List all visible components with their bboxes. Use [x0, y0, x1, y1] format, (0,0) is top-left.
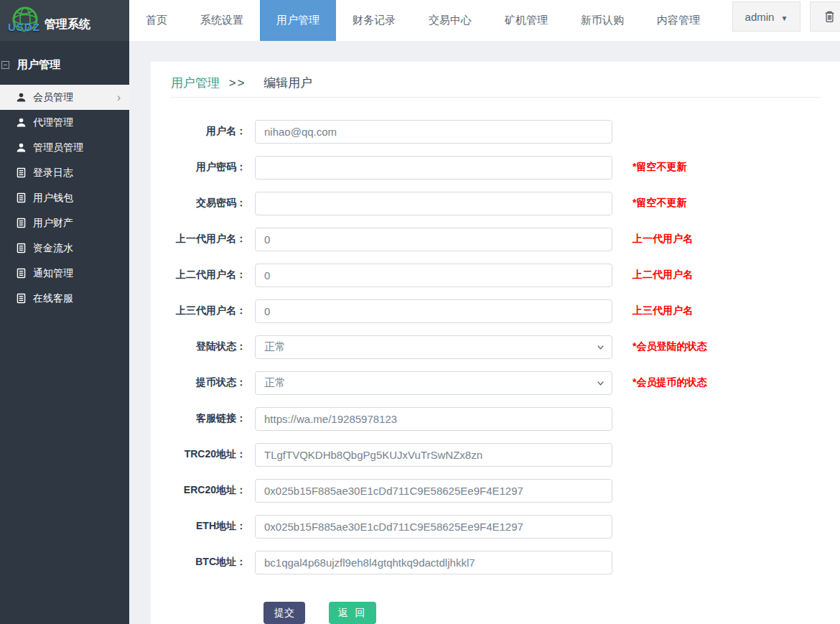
form-field-row: ERC20地址：: [151, 472, 840, 508]
nav-item[interactable]: 内容管理: [640, 0, 717, 41]
caret-down-icon: [780, 11, 788, 23]
field-input[interactable]: [255, 192, 612, 215]
content-area: 用户管理 >> 编辑用户 用户名： 用户密码： *留空不更新: [129, 41, 840, 624]
sidebar-item-label: 在线客服: [33, 292, 73, 305]
sidebar-item[interactable]: 在线客服: [0, 286, 129, 311]
sidebar-item-label: 用户财产: [33, 217, 73, 230]
field-label: 上三代用户名：: [151, 304, 255, 317]
user-icon: [16, 117, 27, 128]
field-hint: *会员登陆的状态: [633, 340, 706, 353]
field-input[interactable]: [255, 299, 612, 323]
field-select[interactable]: 正常: [255, 335, 612, 359]
collapse-icon: [1, 61, 9, 69]
submit-button[interactable]: 提交: [263, 602, 305, 624]
sidebar-section-header[interactable]: 用户管理: [0, 41, 129, 85]
chevron-right-icon: [117, 91, 121, 104]
field-label: TRC20地址：: [151, 448, 255, 461]
field-hint: 上三代用户名: [633, 304, 693, 317]
field-label: 用户名：: [151, 125, 255, 138]
sidebar-item-label: 管理员管理: [33, 141, 83, 154]
field-hint: *留空不更新: [633, 197, 686, 210]
field-label: 登陆状态：: [151, 340, 255, 353]
field-hint: 上二代用户名: [633, 269, 693, 281]
admin-dropdown[interactable]: admin: [732, 1, 801, 32]
form-field-row: 提币状态： 正常 *会员提币的状态: [151, 365, 840, 401]
app-title: 管理系统: [45, 17, 90, 32]
nav-item[interactable]: 财务记录: [336, 0, 412, 41]
field-label: 上一代用户名：: [151, 233, 255, 246]
form-field-row: 用户密码： *留空不更新: [151, 149, 840, 185]
nav-item[interactable]: 首页: [129, 0, 184, 41]
nav-item[interactable]: 用户管理: [260, 0, 336, 41]
doc-icon: [16, 218, 27, 228]
doc-icon: [16, 167, 27, 178]
doc-icon: [16, 293, 27, 304]
sidebar-item[interactable]: 登录日志: [0, 160, 129, 185]
field-input[interactable]: [255, 443, 612, 467]
sidebar: 用户管理 会员管理 代理管理 管理员管理: [0, 41, 129, 624]
user-icon: [16, 142, 27, 153]
sidebar-item-label: 用户钱包: [33, 192, 73, 205]
nav-item[interactable]: 新币认购: [564, 0, 640, 41]
field-select[interactable]: 正常: [255, 371, 612, 395]
form-field-row: 上一代用户名： 上一代用户名: [151, 221, 840, 257]
field-input[interactable]: [255, 228, 612, 251]
field-input[interactable]: [255, 120, 612, 144]
nav-item[interactable]: 矿机管理: [488, 0, 564, 41]
form-actions: 提交 返 回: [263, 602, 840, 624]
admin-label: admin: [745, 11, 775, 23]
topbar: USDZ 管理系统 首页 系统设置 用户管理 财务记录 交易中心: [0, 0, 840, 41]
user-icon: [16, 92, 27, 103]
form-field-row: TRC20地址：: [151, 437, 840, 472]
field-input[interactable]: [255, 407, 612, 431]
doc-icon: [16, 268, 27, 279]
field-input[interactable]: [255, 156, 612, 180]
field-label: 用户密码：: [151, 161, 255, 174]
breadcrumb-separator: >>: [229, 76, 246, 90]
doc-icon: [16, 243, 27, 253]
form-field-row: 上三代用户名： 上三代用户名: [151, 293, 840, 329]
field-input[interactable]: [255, 551, 612, 574]
field-input[interactable]: [255, 264, 612, 287]
form-field-row: 上二代用户名： 上二代用户名: [151, 257, 840, 293]
field-label: BTC地址：: [151, 556, 255, 569]
field-input[interactable]: [255, 515, 612, 539]
page-title: 编辑用户: [263, 76, 312, 90]
back-button[interactable]: 返 回: [329, 602, 376, 624]
sidebar-item[interactable]: 资金流水: [0, 236, 129, 261]
form-field-row: 用户名：: [151, 113, 840, 149]
sidebar-item-label: 登录日志: [33, 167, 73, 180]
trash-button[interactable]: [810, 1, 840, 32]
select-value: 正常: [264, 376, 286, 390]
main-nav: 首页 系统设置 用户管理 财务记录 交易中心 矿机管理 新币认购: [129, 0, 717, 41]
form-field-row: BTC地址：: [151, 544, 840, 580]
chevron-down-icon: [596, 378, 605, 388]
field-label: 提币状态：: [151, 376, 255, 389]
sidebar-item[interactable]: 用户财产: [0, 210, 129, 236]
breadcrumb-parent[interactable]: 用户管理: [171, 76, 220, 90]
field-label: 客服链接：: [151, 412, 255, 425]
field-label: ERC20地址：: [151, 484, 255, 497]
field-label: 交易密码：: [151, 197, 255, 210]
sidebar-item[interactable]: 会员管理: [0, 85, 129, 110]
nav-item[interactable]: 交易中心: [412, 0, 488, 41]
sidebar-item[interactable]: 用户钱包: [0, 185, 129, 210]
field-input[interactable]: [255, 479, 612, 503]
form-field-row: 交易密码： *留空不更新: [151, 185, 840, 221]
breadcrumb: 用户管理 >> 编辑用户: [171, 62, 820, 98]
sidebar-item[interactable]: 管理员管理: [0, 135, 129, 160]
form-field-row: 客服链接：: [151, 401, 840, 437]
form-field-row: 登陆状态： 正常 *会员登陆的状态: [151, 329, 840, 365]
brand-logo: USDZ 管理系统: [0, 0, 129, 41]
select-value: 正常: [264, 340, 286, 354]
field-label: 上二代用户名：: [151, 269, 255, 281]
nav-item[interactable]: 系统设置: [184, 0, 260, 41]
edit-user-form: 用户名： 用户密码： *留空不更新 交易密码： *留空不更新: [151, 113, 840, 624]
field-hint: *会员提币的状态: [633, 376, 706, 389]
edit-user-card: 用户管理 >> 编辑用户 用户名： 用户密码： *留空不更新: [151, 62, 840, 624]
sidebar-item-label: 资金流水: [33, 242, 73, 255]
doc-icon: [16, 192, 27, 203]
sidebar-item-label: 通知管理: [33, 267, 73, 280]
sidebar-item[interactable]: 代理管理: [0, 110, 129, 135]
sidebar-item[interactable]: 通知管理: [0, 261, 129, 286]
